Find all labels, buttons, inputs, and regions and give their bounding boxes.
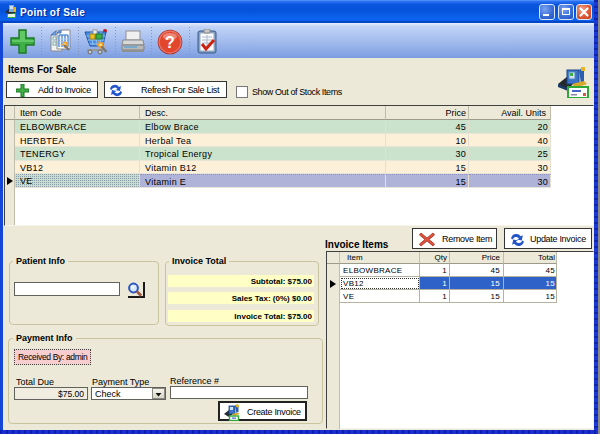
svg-text:?: ? <box>165 34 175 51</box>
